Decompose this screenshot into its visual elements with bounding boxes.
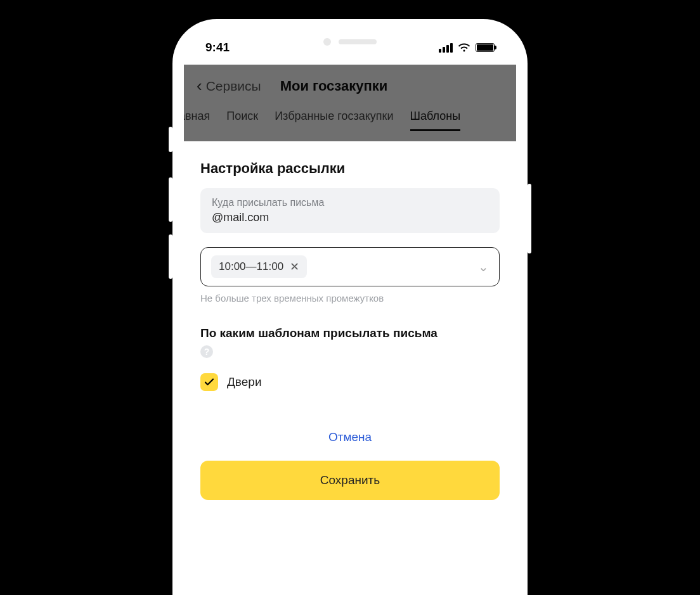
save-button[interactable]: Сохранить — [200, 461, 500, 500]
time-select[interactable]: 10:00—11:00 ✕ ⌄ — [200, 247, 500, 286]
phone-side-button — [528, 184, 531, 253]
email-label: Куда присылать письма — [212, 197, 488, 208]
time-chip[interactable]: 10:00—11:00 ✕ — [211, 255, 307, 278]
email-value: @mail.com — [212, 211, 488, 224]
battery-icon — [476, 43, 495, 52]
status-time: 9:41 — [205, 41, 230, 54]
checkbox-checked[interactable] — [200, 373, 218, 391]
tab-main[interactable]: авная — [184, 110, 210, 131]
tab-favorites[interactable]: Избранные госзакупки — [275, 110, 393, 131]
phone-frame: 9:41 ‹ Сервисы Мои госзакупки — [172, 19, 528, 595]
template-row[interactable]: Двери — [200, 373, 500, 391]
help-icon[interactable]: ? — [200, 345, 213, 358]
section-title: Настройка рассылки — [200, 160, 500, 177]
settings-modal: Настройка рассылки Куда присылать письма… — [184, 141, 516, 525]
time-chip-label: 10:00—11:00 — [219, 260, 283, 273]
tabs: авная Поиск Избранные госзакупки Шаблоны — [184, 110, 516, 141]
phone-side-button — [169, 234, 172, 279]
remove-chip-icon[interactable]: ✕ — [290, 261, 299, 272]
chevron-down-icon[interactable]: ⌄ — [478, 259, 489, 274]
back-label[interactable]: Сервисы — [206, 79, 261, 94]
wifi-icon — [458, 43, 470, 52]
phone-notch — [280, 30, 420, 53]
phone-side-button — [169, 177, 172, 222]
tab-templates[interactable]: Шаблоны — [410, 110, 461, 131]
template-label: Двери — [227, 375, 262, 389]
templates-title: По каким шаблонам присылать письма — [200, 326, 500, 340]
page-title: Мои госзакупки — [280, 78, 388, 94]
signal-icon — [439, 43, 453, 53]
back-chevron-icon[interactable]: ‹ — [197, 76, 202, 96]
email-field[interactable]: Куда присылать письма @mail.com — [200, 188, 500, 233]
dimmed-background: ‹ Сервисы Мои госзакупки авная Поиск Изб… — [184, 65, 516, 141]
phone-side-button — [169, 127, 172, 152]
tab-search[interactable]: Поиск — [226, 110, 258, 131]
cancel-button[interactable]: Отмена — [200, 421, 500, 461]
time-hint: Не больше трех временных промежутков — [200, 293, 500, 304]
